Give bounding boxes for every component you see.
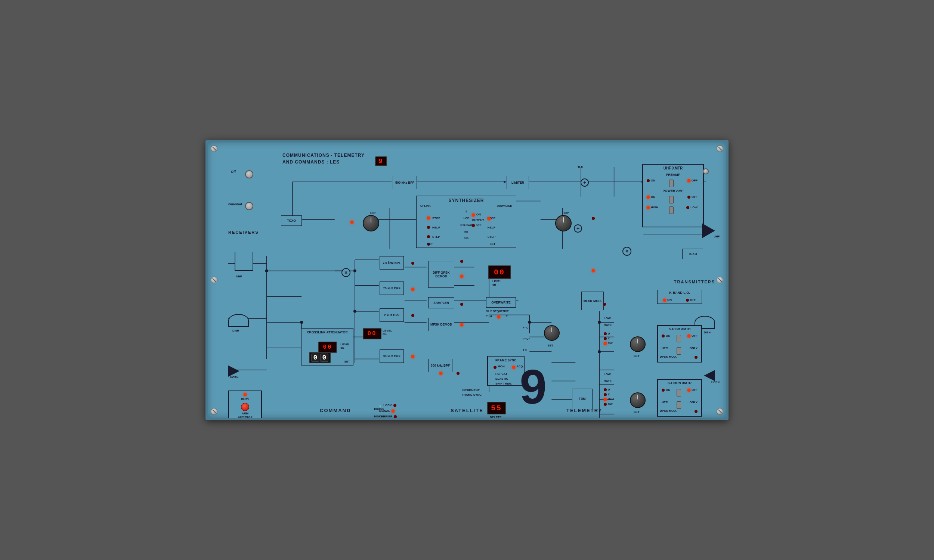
x2-led (604, 393, 607, 396)
receivers-label: RECEIVERS (228, 230, 259, 234)
svg-point-63 (353, 269, 356, 272)
khorn-toggle[interactable] (677, 389, 681, 397)
led-sampler (460, 303, 463, 306)
frame-sync-ctrl-label: FRAME SYNC. (462, 393, 482, 397)
u2-led (604, 388, 607, 391)
level-display-bottom: 00 (363, 328, 381, 339)
tcxo-right-box: TCXO (682, 249, 703, 259)
tx-label: T x (522, 348, 527, 352)
pamp-on-led (647, 195, 650, 198)
led-right-1 (592, 217, 595, 220)
preamp-toggle[interactable] (669, 180, 674, 187)
ux-led (604, 398, 607, 401)
telemetry-section-label: TELEMETRY (566, 408, 602, 413)
led-mfsk-mod (603, 303, 606, 306)
main-panel: COMMUNICATIONS · TELEMETRY AND COMMANDS … (205, 140, 729, 420)
fc-set-knob[interactable] (544, 325, 559, 341)
set-label-fc: SET (548, 344, 553, 347)
crosslink-level-display: 00 (318, 342, 337, 353)
satellite-section-label: SATELLITE (450, 408, 484, 413)
t-label: T (506, 315, 508, 318)
svg-point-69 (265, 269, 268, 272)
pamp-hl-toggle[interactable] (669, 206, 674, 214)
bpf-75-box: 75 kHz BPF (379, 282, 404, 295)
dish-right-label: DISH (704, 331, 711, 334)
preamp-off-led (687, 179, 690, 182)
preamp-on-led (647, 179, 650, 182)
khorn-xmtr-box: K-HORN XMTR ON OFF HTR. ONLY DPSK MOD. (657, 379, 702, 417)
pamp-low-led (686, 206, 689, 209)
uhf-right-label: UHF (714, 235, 720, 238)
kdish-toggle[interactable] (677, 335, 681, 342)
guarded-label: Guarded (228, 200, 242, 207)
screw-tr (717, 145, 723, 152)
key-switch-off[interactable] (245, 170, 253, 178)
led-300bpf-out (456, 372, 459, 375)
uplink-knob[interactable] (363, 215, 379, 231)
title-line1: COMMUNICATIONS · TELEMETRY (282, 153, 365, 158)
led-bpf30-out (412, 355, 414, 358)
uhf-antenna-left (234, 252, 253, 271)
busy-led (244, 393, 247, 396)
sampler-box: SAMPLER (428, 297, 454, 308)
key-switch-guarded[interactable] (245, 202, 253, 210)
off-label: Off (231, 168, 236, 174)
kdish-htr-toggle[interactable] (677, 347, 681, 355)
command-section-label: COMMAND (320, 408, 351, 413)
bpf-300-box: 300 kHz BPF (428, 359, 452, 372)
crosslink-attenuator-box: CROSSLINK ATTENUATOR 00 LEVELdB 0 0 SET (301, 328, 353, 366)
pamp-off-led (687, 195, 690, 198)
uhf-xmtr-panel: UHF XMTR PREAMP ON OFF POWER AMP ON OFF … (642, 164, 704, 228)
horn-symbol-right (704, 370, 715, 381)
mfsk-demod-box: MFSK DEMOD (428, 318, 454, 331)
counter-digit-0: 0 (311, 354, 319, 362)
arm-command-button[interactable] (241, 403, 249, 411)
frame-acq-led (512, 366, 515, 369)
uhf-xmtr-knob-right[interactable] (703, 168, 709, 174)
screw-ml (211, 277, 217, 283)
adder-top: + (581, 178, 589, 187)
les-display: 9 (375, 157, 387, 166)
pamp-on-toggle[interactable] (669, 196, 674, 203)
screw-br (717, 408, 723, 415)
level-display-top: 00 (488, 265, 511, 279)
signal-led (391, 409, 395, 412)
svg-point-68 (528, 321, 531, 324)
diff-qpsk-box: DIFF QPSK DEMOD (428, 261, 454, 288)
dish-label-left: DISH (233, 329, 239, 332)
screw-bl (211, 408, 217, 415)
uhf-label-left: UHF (236, 275, 242, 278)
led-tcxo-out (350, 221, 353, 224)
kdish-set-knob[interactable] (630, 336, 646, 352)
led-diffq-1 (460, 260, 463, 263)
overwrite-box: OVERWRITE (486, 297, 516, 308)
synth-led-3 (427, 235, 430, 238)
led-mfsk-d (460, 323, 463, 326)
led-right-2 (592, 269, 595, 272)
khorn-set-knob[interactable] (630, 392, 646, 408)
low-rate-group-left: LOWRATE U X CW (604, 314, 613, 345)
khorn-htr-toggle[interactable] (677, 402, 681, 409)
title-line2: AND COMMANDS : LES (282, 159, 340, 165)
x1-led (604, 337, 607, 340)
horn-symbol-left (228, 366, 239, 377)
low-rate-group-right: LOWRATE U X U+X' CW (604, 370, 614, 406)
kband-on-led (663, 298, 666, 302)
tcxo-left-box: TCXO (281, 215, 302, 226)
kband-lo-box: K-BAND L.O. ON OFF (657, 290, 702, 304)
tlm-t-label: TLM (486, 315, 492, 318)
tlm-top-label: TLM (578, 165, 583, 169)
led-bpf75-out (412, 288, 414, 291)
level-top-label: LEVELdB (492, 280, 501, 286)
synth-on-led (472, 214, 475, 217)
svg-point-65 (598, 321, 601, 324)
fc-label-1: F"/C" (522, 326, 530, 329)
svg-point-64 (353, 310, 356, 313)
transmitters-label: TRANSMITTERS (674, 280, 715, 284)
khorn-on-led (662, 389, 664, 392)
dl-stop-led (487, 217, 490, 220)
level-bottom-label: LEVELdB (382, 329, 392, 335)
kdish-off-led (687, 334, 690, 337)
downlink-knob[interactable] (555, 215, 572, 231)
led-diffq-2 (460, 275, 463, 278)
